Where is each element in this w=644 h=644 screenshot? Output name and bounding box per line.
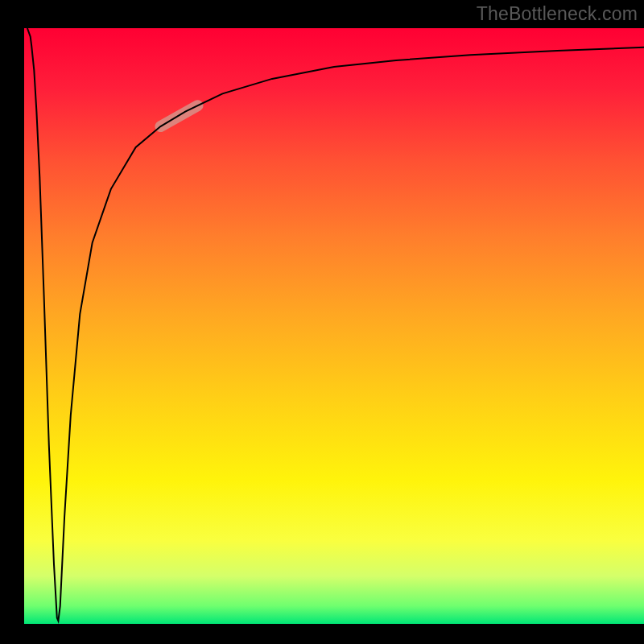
watermark-text: TheBottleneck.com <box>477 3 638 25</box>
chart-frame: TheBottleneck.com <box>0 0 644 644</box>
plot-area <box>24 28 644 624</box>
bottleneck-curve <box>27 28 644 621</box>
curve-layer <box>24 28 644 624</box>
